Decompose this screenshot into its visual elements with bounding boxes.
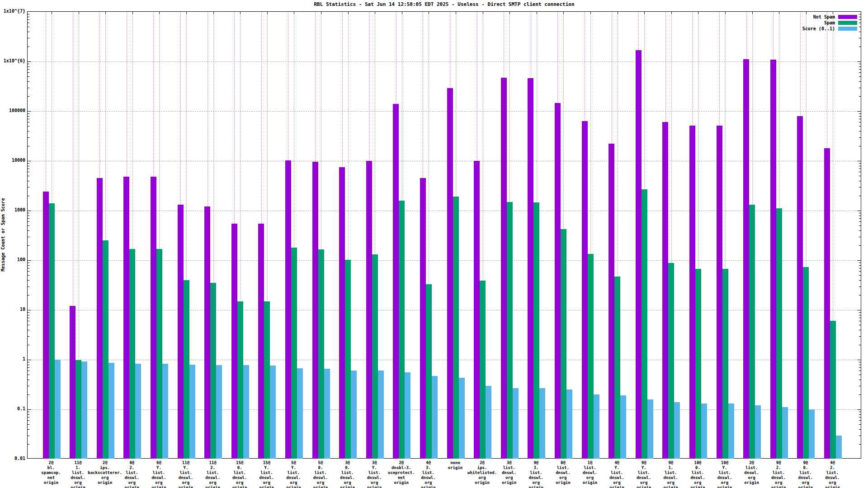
bar-spam (291, 248, 297, 459)
y-tick-mark-minor (28, 32, 29, 32)
bar-not-spam (689, 126, 695, 459)
y-tick-label: 1000 (0, 208, 25, 212)
legend-swatch (838, 21, 857, 25)
y-tick-mark-major (28, 409, 31, 410)
y-tick-mark-minor (28, 19, 29, 20)
bar-not-spam (609, 144, 614, 459)
bar-spam (749, 205, 755, 459)
y-tick-mark-minor (859, 321, 861, 321)
bar-not-spam (528, 78, 533, 459)
bar-not-spam (70, 306, 75, 459)
bar-spam (75, 360, 81, 459)
legend-label: Spam (824, 20, 835, 25)
y-tick-mark-minor (859, 81, 861, 82)
bar-score-0-1- (594, 394, 599, 459)
bar-spam (722, 269, 728, 459)
x-tick-mark-top (590, 12, 591, 14)
y-tick-mark-minor (28, 286, 29, 287)
bar-not-spam (474, 161, 480, 459)
y-tick-mark-minor (859, 386, 861, 386)
bar-score-0-1- (486, 386, 491, 459)
bar-score-0-1- (378, 371, 384, 459)
grid-line-vertical-magenta (477, 12, 477, 161)
y-tick-mark-minor (28, 444, 29, 445)
y-tick-mark-minor (28, 318, 29, 318)
bar-spam (668, 263, 674, 459)
y-tick-mark-minor (859, 424, 861, 425)
y-tick-mark-minor (859, 412, 861, 412)
y-tick-mark-minor (859, 417, 861, 418)
bar-score-0-1- (836, 436, 842, 459)
y-tick-mark-minor (859, 237, 861, 237)
y-tick-mark-minor (28, 380, 29, 380)
grid-line-vertical-magenta (665, 12, 666, 122)
y-tick-mark-minor (28, 375, 29, 375)
x-tick-mark-top (79, 12, 79, 14)
y-tick-mark-minor (28, 330, 29, 330)
bar-score-0-1- (620, 395, 626, 459)
bar-score-0-1- (243, 365, 249, 459)
grid-line-vertical-magenta (585, 12, 585, 121)
bar-score-0-1- (216, 365, 222, 459)
legend-row: Not Spam (802, 14, 857, 20)
bar-not-spam (339, 167, 345, 459)
grid-line-vertical-magenta (692, 12, 693, 126)
y-tick-mark-minor (859, 336, 861, 337)
y-tick-mark-minor (28, 312, 29, 313)
grid-line-vertical-magenta (153, 12, 154, 177)
y-tick-mark-minor (28, 275, 29, 276)
y-tick-mark-minor (859, 69, 861, 70)
bar-score-0-1- (81, 361, 87, 459)
grid-line-horizontal (28, 111, 861, 112)
y-tick-mark-minor (859, 312, 861, 313)
grid-line-vertical-magenta (127, 12, 127, 177)
y-tick-mark-minor (28, 126, 29, 127)
legend-row: Score (0..1) (802, 26, 857, 32)
y-tick-mark-minor (859, 76, 861, 77)
y-tick-mark-minor (859, 265, 861, 266)
bar-score-0-1- (782, 407, 788, 459)
bar-score-0-1- (297, 368, 303, 459)
y-tick-mark-minor (859, 66, 861, 67)
grid-line-vertical-magenta (719, 12, 720, 126)
y-tick-mark-minor (28, 119, 29, 119)
x-tick-mark-top (186, 12, 187, 14)
y-tick-label: 1 (0, 357, 25, 361)
grid-line-vertical-magenta (612, 12, 612, 144)
y-tick-mark-minor (28, 315, 29, 315)
y-tick-mark-minor (28, 116, 29, 117)
x-category-label: 4@ 2. list. dnswl. org origin (803, 460, 862, 488)
y-tick-mark-minor (28, 14, 29, 14)
bar-not-spam (717, 126, 722, 459)
bar-score-0-1- (513, 388, 519, 459)
bar-not-spam (501, 78, 507, 459)
y-tick-mark-major (857, 360, 861, 360)
y-tick-mark-minor (859, 38, 861, 38)
y-tick-mark-major (857, 61, 861, 62)
y-tick-mark-minor (859, 96, 861, 97)
y-tick-mark-minor (28, 69, 29, 70)
x-tick-mark-top (294, 12, 294, 14)
y-tick-mark-minor (859, 325, 861, 325)
y-tick-mark-minor (859, 295, 861, 296)
y-tick-mark-minor (859, 166, 861, 166)
bar-spam (642, 189, 647, 459)
y-tick-mark-minor (28, 237, 29, 237)
x-tick-mark-top (52, 12, 52, 14)
x-tick-mark-top (159, 12, 160, 14)
y-tick-mark-minor (28, 38, 29, 38)
y-tick-mark-minor (859, 113, 861, 114)
y-tick-mark-minor (859, 131, 861, 131)
y-tick-mark-minor (28, 163, 29, 164)
y-tick-mark-minor (28, 265, 29, 266)
grid-line-vertical-magenta (773, 12, 774, 60)
y-tick-mark-minor (859, 137, 861, 138)
grid-line-vertical-magenta (208, 12, 208, 206)
grid-line-vertical-magenta (423, 12, 423, 178)
y-tick-mark-minor (28, 169, 29, 169)
bar-spam (399, 201, 405, 459)
y-tick-mark-minor (859, 263, 861, 263)
grid-line-vertical-magenta (315, 12, 316, 162)
y-tick-mark-minor (859, 375, 861, 375)
y-tick-mark-minor (859, 318, 861, 318)
